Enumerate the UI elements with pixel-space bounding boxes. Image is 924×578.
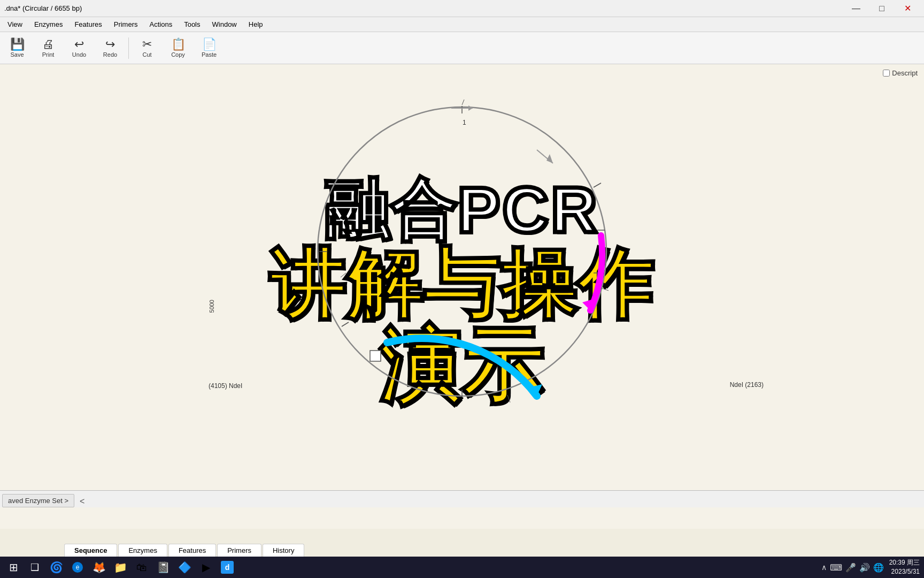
title-text-top: 融合PCR <box>325 174 599 245</box>
taskview-button[interactable]: ❑ <box>26 558 44 576</box>
paste-icon: 📄 <box>202 39 217 50</box>
time-display: 20:39 周三 <box>889 558 920 567</box>
toolbar-separator <box>128 37 129 59</box>
taskbar-right: ∧ ⌨ 🎤 🔊 🌐 20:39 周三 2023/5/31 <box>821 558 920 576</box>
clock[interactable]: 20:39 周三 2023/5/31 <box>889 558 920 576</box>
taskbar-icon-folder[interactable]: 📁 <box>111 558 129 576</box>
tab-enzymes[interactable]: Enzymes <box>118 544 167 557</box>
ndei-label-top: NdeI (2163) <box>730 381 764 389</box>
svg-text:e: e <box>76 564 80 571</box>
menu-item-tools[interactable]: Tools <box>179 19 205 29</box>
speaker-icon[interactable]: 🔊 <box>859 562 870 573</box>
save-icon: 💾 <box>10 39 25 50</box>
toolbar: 💾Save🖨Print↩Undo↪Redo✂Cut📋Copy📄Paste <box>0 32 924 64</box>
descript-label: Descript <box>892 69 918 77</box>
tab-history[interactable]: History <box>263 544 304 557</box>
paste-label: Paste <box>202 51 217 58</box>
title-text-bot: 演示 <box>380 324 544 408</box>
undo-icon: ↩ <box>74 39 84 50</box>
taskbar-icon-app1[interactable]: 🔷 <box>175 558 194 576</box>
minimize-button[interactable]: — <box>844 0 868 17</box>
save-label: Save <box>10 51 24 58</box>
copy-label: Copy <box>171 51 185 58</box>
chevron-up-icon[interactable]: ∧ <box>821 563 827 572</box>
keyboard-icon: ⌨ <box>830 562 842 573</box>
redo-label: Redo <box>103 51 117 58</box>
taskbar-icon-1[interactable]: e <box>68 558 87 576</box>
mic-icon: 🎤 <box>845 562 856 573</box>
date-display: 2023/5/31 <box>889 567 920 576</box>
copy-icon: 📋 <box>171 39 186 50</box>
taskbar: ⊞ ❑ 🌀 e 🦊 📁 🛍 📓 🔷 ▶ d ∧ ⌨ 🎤 🔊 🌐 20:39 周三… <box>0 557 924 578</box>
tab-scroll-left[interactable]: < <box>76 496 88 507</box>
taskbar-icon-notes[interactable]: 📓 <box>154 558 172 576</box>
descript-checkbox[interactable] <box>883 70 890 77</box>
bottom-tabs-bar: aved Enzyme Set > < <box>0 490 924 507</box>
maximize-button[interactable]: □ <box>869 0 894 17</box>
tick-5000: 5000 <box>209 300 215 313</box>
title-text-mid: 讲解与操作 <box>270 245 654 324</box>
taskbar-icon-firefox[interactable]: 🦊 <box>90 558 108 576</box>
taskbar-icon-0[interactable]: 🌀 <box>47 558 65 576</box>
toolbar-btn-cut[interactable]: ✂Cut <box>132 34 162 62</box>
title-bar: .dna* (Circular / 6655 bp) — □ ✕ <box>0 0 924 17</box>
cut-icon: ✂ <box>142 39 152 50</box>
menu-item-help[interactable]: Help <box>243 19 268 29</box>
app-title: .dna* (Circular / 6655 bp) <box>4 4 82 12</box>
redo-icon: ↪ <box>105 39 115 50</box>
menu-item-actions[interactable]: Actions <box>144 19 178 29</box>
toolbar-btn-paste[interactable]: 📄Paste <box>194 34 224 62</box>
tab-features[interactable]: Features <box>168 544 216 557</box>
window-controls: — □ ✕ <box>844 0 920 17</box>
network-icon: 🌐 <box>873 562 884 573</box>
taskbar-icon-store[interactable]: 🛍 <box>133 558 151 576</box>
menu-item-window[interactable]: Window <box>207 19 242 29</box>
tick-label-1: 1 <box>463 119 466 126</box>
menu-bar: ViewEnzymesFeaturesPrimersActionsToolsWi… <box>0 17 924 32</box>
taskbar-icon-app2[interactable]: ▶ <box>197 558 215 576</box>
tabs-row: SequenceEnzymesFeaturesPrimersHistory <box>64 544 305 557</box>
print-icon: 🖨 <box>42 39 54 50</box>
menu-item-view[interactable]: View <box>2 19 28 29</box>
toolbar-btn-save[interactable]: 💾Save <box>2 34 32 62</box>
tab-primers[interactable]: Primers <box>217 544 261 557</box>
thumbnail-overlay: 融合PCR 讲解与操作 演示 <box>0 64 924 529</box>
taskbar-icon-app3[interactable]: d <box>218 558 236 576</box>
ndei-label-bot: (4105) NdeI <box>209 382 242 390</box>
descript-area: Descript <box>883 64 924 81</box>
tab-sequence[interactable]: Sequence <box>64 544 117 557</box>
main-area: 融合PCR 讲解与操作 演示 <box>0 64 924 529</box>
print-label: Print <box>42 51 55 58</box>
toolbar-btn-copy[interactable]: 📋Copy <box>163 34 193 62</box>
menu-item-features[interactable]: Features <box>69 19 107 29</box>
system-icons: ∧ ⌨ 🎤 🔊 🌐 <box>821 562 884 573</box>
start-button[interactable]: ⊞ <box>4 558 22 576</box>
toolbar-btn-redo[interactable]: ↪Redo <box>95 34 125 62</box>
close-button[interactable]: ✕ <box>895 0 920 17</box>
menu-item-enzymes[interactable]: Enzymes <box>29 19 68 29</box>
toolbar-btn-undo[interactable]: ↩Undo <box>64 34 94 62</box>
undo-label: Undo <box>72 51 86 58</box>
cut-label: Cut <box>142 51 151 58</box>
enzyme-set-label[interactable]: aved Enzyme Set > <box>2 494 74 507</box>
menu-item-primers[interactable]: Primers <box>109 19 143 29</box>
toolbar-btn-print[interactable]: 🖨Print <box>33 34 63 62</box>
svg-text:d: d <box>225 563 230 572</box>
